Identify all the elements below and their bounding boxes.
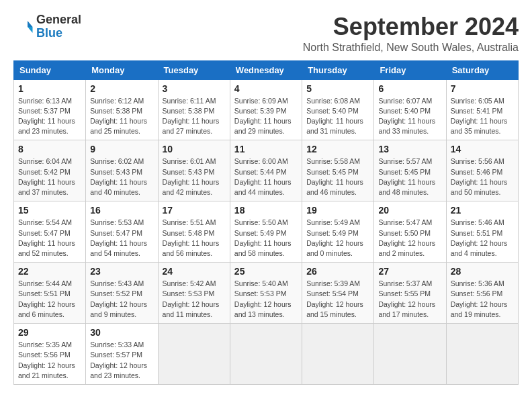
day-detail: Sunrise: 5:43 AMSunset: 5:52 PMDaylight:… [90, 279, 153, 320]
day-detail: Sunrise: 5:39 AMSunset: 5:54 PMDaylight:… [306, 279, 369, 320]
day-number: 19 [306, 205, 369, 216]
table-row: 13Sunrise: 5:57 AMSunset: 5:45 PMDayligh… [374, 140, 446, 201]
table-row: 4Sunrise: 6:09 AMSunset: 5:39 PMDaylight… [230, 79, 302, 140]
table-row [374, 324, 446, 385]
day-number: 9 [90, 144, 153, 154]
day-detail: Sunrise: 5:49 AMSunset: 5:49 PMDaylight:… [306, 218, 369, 259]
table-row: 2Sunrise: 6:12 AMSunset: 5:38 PMDaylight… [86, 79, 158, 140]
table-row: 16Sunrise: 5:53 AMSunset: 5:47 PMDayligh… [86, 201, 158, 263]
day-detail: Sunrise: 5:53 AMSunset: 5:47 PMDaylight:… [90, 218, 153, 259]
table-row: 22Sunrise: 5:44 AMSunset: 5:51 PMDayligh… [14, 263, 86, 324]
table-row: 19Sunrise: 5:49 AMSunset: 5:49 PMDayligh… [302, 201, 374, 263]
day-number: 23 [90, 266, 153, 277]
table-row: 14Sunrise: 5:56 AMSunset: 5:46 PMDayligh… [446, 140, 518, 201]
day-detail: Sunrise: 5:51 AMSunset: 5:48 PMDaylight:… [163, 218, 226, 259]
day-number: 1 [18, 83, 81, 94]
logo: General Blue [13, 13, 81, 40]
svg-marker-1 [28, 27, 33, 33]
col-wednesday: Wednesday [230, 60, 302, 79]
day-number: 17 [163, 205, 226, 216]
table-row: 10Sunrise: 6:01 AMSunset: 5:43 PMDayligh… [158, 140, 230, 201]
table-row: 30Sunrise: 5:33 AMSunset: 5:57 PMDayligh… [86, 324, 158, 385]
table-row: 23Sunrise: 5:43 AMSunset: 5:52 PMDayligh… [86, 263, 158, 324]
day-detail: Sunrise: 5:56 AMSunset: 5:46 PMDaylight:… [451, 156, 514, 197]
table-row: 28Sunrise: 5:36 AMSunset: 5:56 PMDayligh… [446, 263, 518, 324]
day-detail: Sunrise: 5:35 AMSunset: 5:56 PMDaylight:… [18, 340, 81, 381]
header: General Blue September 2024 North Strath… [13, 13, 519, 54]
day-detail: Sunrise: 5:46 AMSunset: 5:51 PMDaylight:… [451, 218, 514, 259]
table-row: 20Sunrise: 5:47 AMSunset: 5:50 PMDayligh… [374, 201, 446, 263]
day-number: 12 [306, 144, 369, 154]
table-row: 27Sunrise: 5:37 AMSunset: 5:55 PMDayligh… [374, 263, 446, 324]
table-row: 1Sunrise: 6:13 AMSunset: 5:37 PMDaylight… [14, 79, 86, 140]
day-detail: Sunrise: 6:00 AMSunset: 5:44 PMDaylight:… [234, 156, 298, 197]
day-detail: Sunrise: 6:13 AMSunset: 5:37 PMDaylight:… [18, 96, 81, 137]
day-detail: Sunrise: 5:57 AMSunset: 5:45 PMDaylight:… [378, 156, 441, 197]
table-row [446, 324, 518, 385]
day-detail: Sunrise: 6:11 AMSunset: 5:38 PMDaylight:… [163, 96, 226, 137]
day-detail: Sunrise: 5:33 AMSunset: 5:57 PMDaylight:… [90, 340, 153, 381]
day-number: 11 [234, 144, 298, 154]
day-number: 14 [451, 144, 514, 154]
table-row: 26Sunrise: 5:39 AMSunset: 5:54 PMDayligh… [302, 263, 374, 324]
col-thursday: Thursday [302, 60, 374, 79]
calendar-table: Sunday Monday Tuesday Wednesday Thursday… [13, 60, 519, 385]
table-row [230, 324, 302, 385]
day-detail: Sunrise: 5:50 AMSunset: 5:49 PMDaylight:… [234, 218, 298, 259]
day-detail: Sunrise: 5:47 AMSunset: 5:50 PMDaylight:… [378, 218, 441, 259]
table-row: 21Sunrise: 5:46 AMSunset: 5:51 PMDayligh… [446, 201, 518, 263]
table-row: 11Sunrise: 6:00 AMSunset: 5:44 PMDayligh… [230, 140, 302, 201]
table-row: 29Sunrise: 5:35 AMSunset: 5:56 PMDayligh… [14, 324, 86, 385]
header-row: Sunday Monday Tuesday Wednesday Thursday… [14, 60, 519, 79]
day-number: 6 [378, 83, 441, 94]
day-number: 29 [18, 327, 81, 338]
day-number: 8 [18, 144, 81, 154]
day-detail: Sunrise: 5:36 AMSunset: 5:56 PMDaylight:… [451, 279, 514, 320]
day-number: 28 [451, 266, 514, 277]
day-number: 24 [163, 266, 226, 277]
day-number: 30 [90, 327, 153, 338]
day-number: 13 [378, 144, 441, 154]
day-detail: Sunrise: 5:54 AMSunset: 5:47 PMDaylight:… [18, 218, 81, 259]
day-detail: Sunrise: 6:01 AMSunset: 5:43 PMDaylight:… [163, 156, 226, 197]
col-friday: Friday [374, 60, 446, 79]
day-number: 10 [163, 144, 226, 154]
table-row [302, 324, 374, 385]
col-tuesday: Tuesday [158, 60, 230, 79]
table-row: 9Sunrise: 6:02 AMSunset: 5:43 PMDaylight… [86, 140, 158, 201]
day-detail: Sunrise: 6:09 AMSunset: 5:39 PMDaylight:… [234, 96, 298, 137]
svg-marker-0 [28, 21, 33, 27]
logo-icon [13, 17, 34, 37]
day-number: 3 [163, 83, 226, 94]
day-number: 16 [90, 205, 153, 216]
table-row: 17Sunrise: 5:51 AMSunset: 5:48 PMDayligh… [158, 201, 230, 263]
day-number: 21 [451, 205, 514, 216]
day-detail: Sunrise: 6:02 AMSunset: 5:43 PMDaylight:… [90, 156, 153, 197]
day-number: 25 [234, 266, 298, 277]
day-number: 26 [306, 266, 369, 277]
day-detail: Sunrise: 6:07 AMSunset: 5:40 PMDaylight:… [378, 96, 441, 137]
table-row: 6Sunrise: 6:07 AMSunset: 5:40 PMDaylight… [374, 79, 446, 140]
day-number: 15 [18, 205, 81, 216]
table-row: 5Sunrise: 6:08 AMSunset: 5:40 PMDaylight… [302, 79, 374, 140]
logo-text: General Blue [36, 13, 81, 40]
day-detail: Sunrise: 6:04 AMSunset: 5:42 PMDaylight:… [18, 156, 81, 197]
col-saturday: Saturday [446, 60, 518, 79]
day-number: 4 [234, 83, 298, 94]
table-row: 25Sunrise: 5:40 AMSunset: 5:53 PMDayligh… [230, 263, 302, 324]
day-number: 20 [378, 205, 441, 216]
day-number: 2 [90, 83, 153, 94]
day-detail: Sunrise: 6:12 AMSunset: 5:38 PMDaylight:… [90, 96, 153, 137]
day-detail: Sunrise: 6:05 AMSunset: 5:41 PMDaylight:… [451, 96, 514, 137]
table-row: 8Sunrise: 6:04 AMSunset: 5:42 PMDaylight… [14, 140, 86, 201]
calendar-subtitle: North Strathfield, New South Wales, Aust… [303, 42, 519, 54]
day-detail: Sunrise: 5:44 AMSunset: 5:51 PMDaylight:… [18, 279, 81, 320]
table-row: 18Sunrise: 5:50 AMSunset: 5:49 PMDayligh… [230, 201, 302, 263]
table-row: 12Sunrise: 5:58 AMSunset: 5:45 PMDayligh… [302, 140, 374, 201]
day-number: 18 [234, 205, 298, 216]
day-number: 5 [306, 83, 369, 94]
day-detail: Sunrise: 5:37 AMSunset: 5:55 PMDaylight:… [378, 279, 441, 320]
day-detail: Sunrise: 5:58 AMSunset: 5:45 PMDaylight:… [306, 156, 369, 197]
table-row: 15Sunrise: 5:54 AMSunset: 5:47 PMDayligh… [14, 201, 86, 263]
table-row: 7Sunrise: 6:05 AMSunset: 5:41 PMDaylight… [446, 79, 518, 140]
